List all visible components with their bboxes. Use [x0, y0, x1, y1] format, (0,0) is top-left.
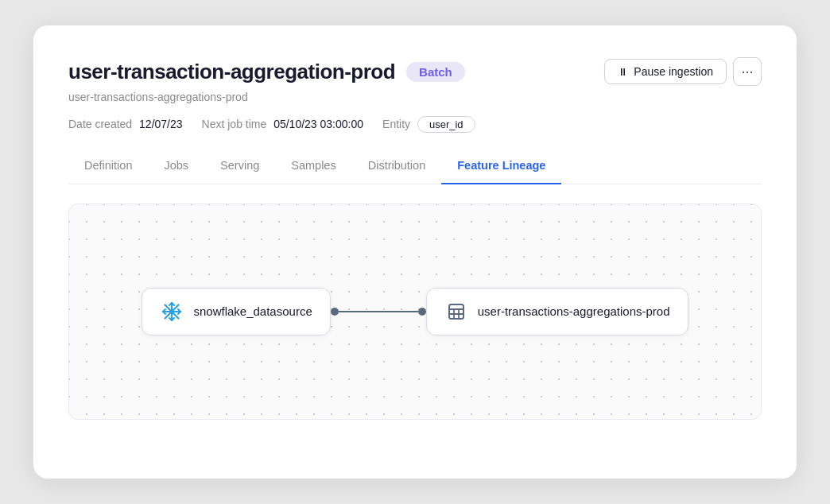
source-node-label: snowflake_datasource [193, 304, 312, 318]
entity-badge: user_id [417, 116, 475, 133]
pause-button-label: Pause ingestion [634, 65, 713, 78]
feature-store-icon [444, 300, 468, 324]
pause-ingestion-button[interactable]: ⏸ Pause ingestion [604, 59, 727, 84]
target-node-label: user-transactions-aggregations-prod [478, 304, 670, 318]
tab-samples[interactable]: Samples [275, 148, 351, 184]
edge-connector [331, 308, 426, 316]
tab-definition[interactable]: Definition [68, 148, 148, 184]
edge-line [339, 311, 418, 312]
source-node: snowflake_datasource [142, 288, 330, 335]
edge-start-dot [331, 308, 339, 316]
svg-rect-12 [449, 304, 463, 319]
entity-container: Entity user_id [382, 118, 475, 130]
snowflake-icon [160, 300, 184, 324]
edge-end-dot [418, 308, 426, 316]
tab-serving[interactable]: Serving [204, 148, 275, 184]
batch-badge: Batch [406, 62, 465, 82]
subtitle: user-transactions-aggregations-prod [68, 91, 762, 103]
page-title: user-transaction-aggregation-prod [68, 60, 395, 84]
next-job-label: Next job time 05/10/23 03:00:00 [202, 118, 363, 130]
tab-jobs[interactable]: Jobs [148, 148, 204, 184]
lineage-nodes: snowflake_datasource [142, 288, 688, 335]
tab-distribution[interactable]: Distribution [352, 148, 442, 184]
lineage-content: snowflake_datasource [69, 204, 761, 419]
tabs-nav: Definition Jobs Serving Samples Distribu… [68, 148, 762, 184]
more-options-button[interactable]: ··· [733, 57, 762, 86]
header-actions: ⏸ Pause ingestion ··· [604, 57, 762, 86]
pause-icon: ⏸ [618, 66, 628, 78]
date-created-label: Date created 12/07/23 [68, 118, 183, 130]
main-card: user-transaction-aggregation-prod Batch … [33, 25, 797, 479]
header-row: user-transaction-aggregation-prod Batch … [68, 57, 762, 86]
tab-feature-lineage[interactable]: Feature Lineage [441, 148, 561, 184]
meta-row: Date created 12/07/23 Next job time 05/1… [68, 118, 762, 130]
lineage-canvas: snowflake_datasource [68, 204, 762, 420]
date-created-value: 12/07/23 [139, 118, 183, 130]
title-area: user-transaction-aggregation-prod Batch [68, 60, 465, 84]
target-node: user-transactions-aggregations-prod [426, 288, 688, 335]
more-icon: ··· [741, 64, 753, 80]
next-job-value: 05/10/23 03:00:00 [273, 118, 363, 130]
